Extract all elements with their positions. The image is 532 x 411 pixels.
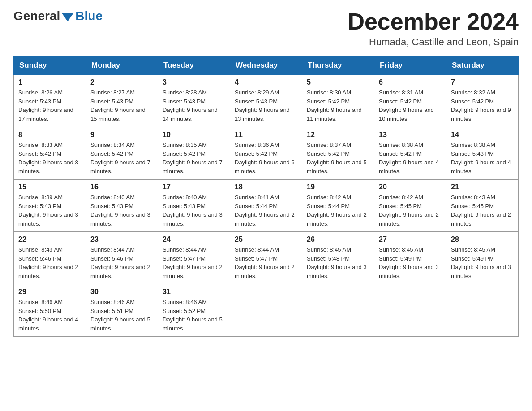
day-number: 19 <box>307 183 369 191</box>
calendar-cell: 3 Sunrise: 8:28 AMSunset: 5:43 PMDayligh… <box>158 75 230 127</box>
day-info: Sunrise: 8:46 AMSunset: 5:50 PMDaylight:… <box>18 298 81 333</box>
calendar-cell <box>446 284 519 337</box>
day-info: Sunrise: 8:35 AMSunset: 5:42 PMDaylight:… <box>163 141 225 176</box>
calendar-cell <box>302 284 374 337</box>
day-number: 13 <box>379 131 442 139</box>
calendar-cell: 31 Sunrise: 8:46 AMSunset: 5:52 PMDaylig… <box>158 284 230 337</box>
day-info: Sunrise: 8:41 AMSunset: 5:44 PMDaylight:… <box>235 193 297 228</box>
calendar-cell: 12 Sunrise: 8:37 AMSunset: 5:42 PMDaylig… <box>302 127 374 180</box>
calendar-cell: 30 Sunrise: 8:46 AMSunset: 5:51 PMDaylig… <box>86 284 158 337</box>
day-number: 26 <box>307 235 369 244</box>
day-number: 31 <box>163 288 225 296</box>
calendar-cell: 16 Sunrise: 8:40 AMSunset: 5:43 PMDaylig… <box>86 180 158 232</box>
day-info: Sunrise: 8:44 AMSunset: 5:46 PMDaylight:… <box>90 245 153 280</box>
calendar-cell: 28 Sunrise: 8:45 AMSunset: 5:49 PMDaylig… <box>446 232 519 284</box>
weekday-header-tuesday: Tuesday <box>158 56 230 75</box>
logo-blue-text: Blue <box>75 9 103 23</box>
logo-triangle-icon <box>61 13 74 21</box>
day-info: Sunrise: 8:40 AMSunset: 5:43 PMDaylight:… <box>163 193 225 228</box>
day-info: Sunrise: 8:38 AMSunset: 5:43 PMDaylight:… <box>451 141 514 176</box>
day-number: 11 <box>235 131 297 139</box>
day-number: 23 <box>90 235 153 244</box>
day-info: Sunrise: 8:28 AMSunset: 5:43 PMDaylight:… <box>163 88 225 123</box>
day-info: Sunrise: 8:32 AMSunset: 5:42 PMDaylight:… <box>451 88 514 123</box>
day-number: 14 <box>451 131 514 139</box>
calendar-cell: 18 Sunrise: 8:41 AMSunset: 5:44 PMDaylig… <box>230 180 302 232</box>
day-number: 5 <box>307 78 369 86</box>
day-number: 10 <box>163 131 225 139</box>
page-header: General Blue December 2024 Humada, Casti… <box>13 9 519 48</box>
calendar-cell: 2 Sunrise: 8:27 AMSunset: 5:43 PMDayligh… <box>86 75 158 127</box>
day-info: Sunrise: 8:44 AMSunset: 5:47 PMDaylight:… <box>163 245 225 280</box>
day-number: 27 <box>379 235 442 244</box>
calendar-cell: 24 Sunrise: 8:44 AMSunset: 5:47 PMDaylig… <box>158 232 230 284</box>
day-number: 24 <box>163 235 225 244</box>
day-info: Sunrise: 8:44 AMSunset: 5:47 PMDaylight:… <box>235 245 297 280</box>
day-info: Sunrise: 8:42 AMSunset: 5:45 PMDaylight:… <box>379 193 442 228</box>
calendar-week-row: 15 Sunrise: 8:39 AMSunset: 5:43 PMDaylig… <box>14 180 519 232</box>
day-number: 18 <box>235 183 297 191</box>
day-number: 29 <box>18 288 81 296</box>
day-number: 25 <box>235 235 297 244</box>
calendar-cell: 15 Sunrise: 8:39 AMSunset: 5:43 PMDaylig… <box>14 180 86 232</box>
day-info: Sunrise: 8:46 AMSunset: 5:51 PMDaylight:… <box>90 298 153 333</box>
day-info: Sunrise: 8:37 AMSunset: 5:42 PMDaylight:… <box>307 141 369 176</box>
weekday-header-friday: Friday <box>374 56 446 75</box>
calendar-cell: 8 Sunrise: 8:33 AMSunset: 5:42 PMDayligh… <box>14 127 86 180</box>
calendar-cell: 7 Sunrise: 8:32 AMSunset: 5:42 PMDayligh… <box>446 75 519 127</box>
weekday-header-saturday: Saturday <box>446 56 519 75</box>
day-info: Sunrise: 8:39 AMSunset: 5:43 PMDaylight:… <box>18 193 81 228</box>
calendar-cell: 11 Sunrise: 8:36 AMSunset: 5:42 PMDaylig… <box>230 127 302 180</box>
day-info: Sunrise: 8:31 AMSunset: 5:42 PMDaylight:… <box>379 88 442 123</box>
calendar-cell: 6 Sunrise: 8:31 AMSunset: 5:42 PMDayligh… <box>374 75 446 127</box>
day-number: 22 <box>18 235 81 244</box>
day-info: Sunrise: 8:45 AMSunset: 5:49 PMDaylight:… <box>379 245 442 280</box>
location-subtitle: Humada, Castille and Leon, Spain <box>348 36 519 48</box>
day-number: 28 <box>451 235 514 244</box>
day-number: 16 <box>90 183 153 191</box>
day-number: 15 <box>18 183 81 191</box>
day-info: Sunrise: 8:42 AMSunset: 5:44 PMDaylight:… <box>307 193 369 228</box>
calendar-cell: 27 Sunrise: 8:45 AMSunset: 5:49 PMDaylig… <box>374 232 446 284</box>
day-number: 4 <box>235 78 297 86</box>
day-info: Sunrise: 8:26 AMSunset: 5:43 PMDaylight:… <box>18 88 81 123</box>
day-info: Sunrise: 8:29 AMSunset: 5:43 PMDaylight:… <box>235 88 297 123</box>
day-info: Sunrise: 8:36 AMSunset: 5:42 PMDaylight:… <box>235 141 297 176</box>
day-info: Sunrise: 8:34 AMSunset: 5:42 PMDaylight:… <box>90 141 153 176</box>
weekday-header-wednesday: Wednesday <box>230 56 302 75</box>
day-number: 8 <box>18 131 81 139</box>
day-number: 3 <box>163 78 225 86</box>
day-info: Sunrise: 8:46 AMSunset: 5:52 PMDaylight:… <box>163 298 225 333</box>
weekday-header-row: SundayMondayTuesdayWednesdayThursdayFrid… <box>14 56 519 75</box>
day-info: Sunrise: 8:43 AMSunset: 5:46 PMDaylight:… <box>18 245 81 280</box>
calendar-cell: 9 Sunrise: 8:34 AMSunset: 5:42 PMDayligh… <box>86 127 158 180</box>
calendar-cell: 23 Sunrise: 8:44 AMSunset: 5:46 PMDaylig… <box>86 232 158 284</box>
weekday-header-sunday: Sunday <box>14 56 86 75</box>
day-info: Sunrise: 8:38 AMSunset: 5:42 PMDaylight:… <box>379 141 442 176</box>
calendar-cell: 5 Sunrise: 8:30 AMSunset: 5:42 PMDayligh… <box>302 75 374 127</box>
calendar-cell <box>230 284 302 337</box>
day-number: 1 <box>18 78 81 86</box>
day-number: 20 <box>379 183 442 191</box>
day-info: Sunrise: 8:33 AMSunset: 5:42 PMDaylight:… <box>18 141 81 176</box>
calendar-week-row: 8 Sunrise: 8:33 AMSunset: 5:42 PMDayligh… <box>14 127 519 180</box>
day-number: 7 <box>451 78 514 86</box>
calendar-cell: 1 Sunrise: 8:26 AMSunset: 5:43 PMDayligh… <box>14 75 86 127</box>
calendar-cell: 26 Sunrise: 8:45 AMSunset: 5:48 PMDaylig… <box>302 232 374 284</box>
calendar-week-row: 22 Sunrise: 8:43 AMSunset: 5:46 PMDaylig… <box>14 232 519 284</box>
day-info: Sunrise: 8:30 AMSunset: 5:42 PMDaylight:… <box>307 88 369 123</box>
calendar-week-row: 29 Sunrise: 8:46 AMSunset: 5:50 PMDaylig… <box>14 284 519 337</box>
calendar-table: SundayMondayTuesdayWednesdayThursdayFrid… <box>13 56 519 337</box>
day-info: Sunrise: 8:27 AMSunset: 5:43 PMDaylight:… <box>90 88 153 123</box>
day-info: Sunrise: 8:43 AMSunset: 5:45 PMDaylight:… <box>451 193 514 228</box>
weekday-header-thursday: Thursday <box>302 56 374 75</box>
day-number: 30 <box>90 288 153 296</box>
logo: General Blue <box>13 9 103 23</box>
title-area: December 2024 Humada, Castille and Leon,… <box>348 9 519 48</box>
calendar-cell: 4 Sunrise: 8:29 AMSunset: 5:43 PMDayligh… <box>230 75 302 127</box>
weekday-header-monday: Monday <box>86 56 158 75</box>
calendar-cell: 25 Sunrise: 8:44 AMSunset: 5:47 PMDaylig… <box>230 232 302 284</box>
calendar-cell: 21 Sunrise: 8:43 AMSunset: 5:45 PMDaylig… <box>446 180 519 232</box>
calendar-cell: 10 Sunrise: 8:35 AMSunset: 5:42 PMDaylig… <box>158 127 230 180</box>
day-info: Sunrise: 8:45 AMSunset: 5:49 PMDaylight:… <box>451 245 514 280</box>
